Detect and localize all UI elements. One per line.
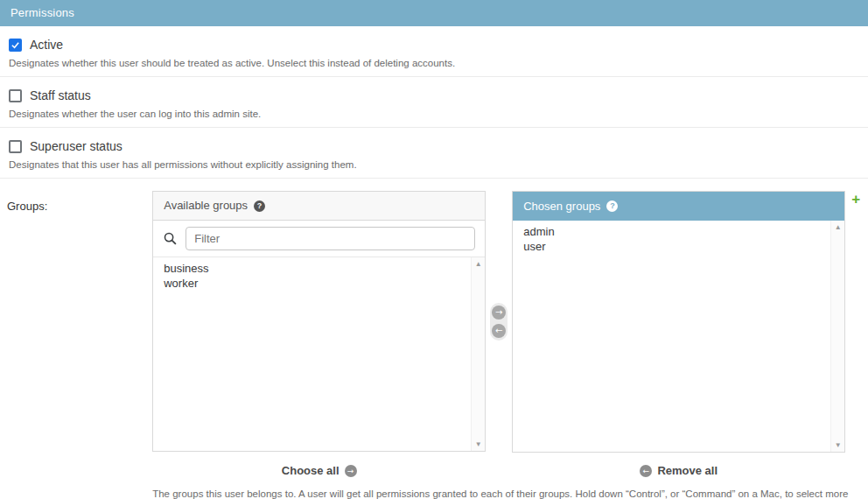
chosen-groups-title: Chosen groups: [523, 193, 600, 221]
superuser-status-label: Superuser status: [30, 139, 122, 153]
staff-status-label: Staff status: [30, 88, 91, 102]
choose-all-arrow-icon: →: [345, 465, 357, 477]
choose-all-button[interactable]: Choose all →: [152, 464, 486, 477]
groups-help-text: The groups this user belongs to. A user …: [152, 488, 868, 499]
group-option[interactable]: business: [164, 261, 462, 276]
staff-status-checkbox-row[interactable]: Staff status: [9, 88, 859, 102]
available-groups-list[interactable]: businessworker ▲ ▼: [153, 257, 485, 451]
choose-arrow-button[interactable]: →: [492, 306, 506, 320]
field-row-staff-status: Staff status Designates whether the user…: [0, 77, 868, 128]
group-option[interactable]: worker: [164, 276, 462, 291]
available-groups-header: Available groups ?: [153, 192, 485, 221]
help-icon[interactable]: ?: [254, 200, 265, 212]
field-row-active: Active Designates whether this user shou…: [0, 26, 868, 77]
module-header-permissions: Permissions: [0, 0, 868, 26]
scroll-up-icon[interactable]: ▲: [475, 260, 482, 268]
filter-row: [153, 221, 485, 257]
field-row-superuser-status: Superuser status Designates that this us…: [0, 128, 868, 179]
selector-mover: → ←: [486, 191, 512, 341]
groups-selector: Available groups ? businessworker ▲: [152, 191, 868, 499]
selector-actions: Choose all → ← Remove all: [152, 464, 868, 477]
staff-status-checkbox[interactable]: [9, 89, 22, 102]
add-group-icon[interactable]: +: [851, 192, 860, 207]
remove-arrow-button[interactable]: ←: [492, 324, 506, 338]
remove-all-arrow-icon: ←: [640, 465, 652, 477]
filter-input[interactable]: [186, 227, 475, 250]
choose-all-label: Choose all: [282, 464, 340, 477]
scroll-down-icon[interactable]: ▼: [835, 441, 842, 449]
active-help-text: Designates whether this user should be t…: [9, 58, 859, 68]
scrollbar[interactable]: ▲ ▼: [830, 221, 844, 452]
superuser-status-checkbox-row[interactable]: Superuser status: [9, 139, 859, 153]
permissions-module: Permissions Active Designates whether th…: [0, 0, 868, 499]
superuser-status-checkbox[interactable]: [9, 140, 22, 153]
checkmark-icon: [10, 40, 20, 50]
scrollbar[interactable]: ▲ ▼: [471, 257, 485, 451]
chosen-groups-header: Chosen groups ?: [513, 192, 844, 221]
available-groups-title: Available groups: [164, 192, 248, 220]
group-option[interactable]: user: [523, 239, 822, 254]
available-groups-panel: Available groups ? businessworker ▲: [152, 191, 486, 452]
scroll-up-icon[interactable]: ▲: [835, 223, 842, 231]
remove-all-label: Remove all: [657, 464, 718, 477]
help-icon[interactable]: ?: [606, 200, 618, 212]
active-checkbox-row[interactable]: Active: [9, 38, 859, 52]
scroll-down-icon[interactable]: ▼: [475, 440, 482, 448]
groups-field-label: Groups:: [7, 191, 152, 213]
search-icon: [163, 231, 178, 246]
groups-field: Groups: Available groups ?: [0, 179, 868, 499]
staff-status-help-text: Designates whether the user can log into…: [9, 109, 859, 119]
chosen-groups-panel: Chosen groups ? adminuser ▲ ▼: [512, 191, 845, 453]
mover-pill: → ←: [490, 303, 508, 341]
active-checkbox[interactable]: [9, 39, 22, 52]
chosen-groups-list[interactable]: adminuser ▲ ▼: [513, 221, 844, 452]
remove-all-button[interactable]: ← Remove all: [512, 464, 845, 477]
active-label: Active: [30, 38, 63, 52]
superuser-status-help-text: Designates that this user has all permis…: [9, 159, 859, 170]
group-option[interactable]: admin: [523, 224, 822, 239]
